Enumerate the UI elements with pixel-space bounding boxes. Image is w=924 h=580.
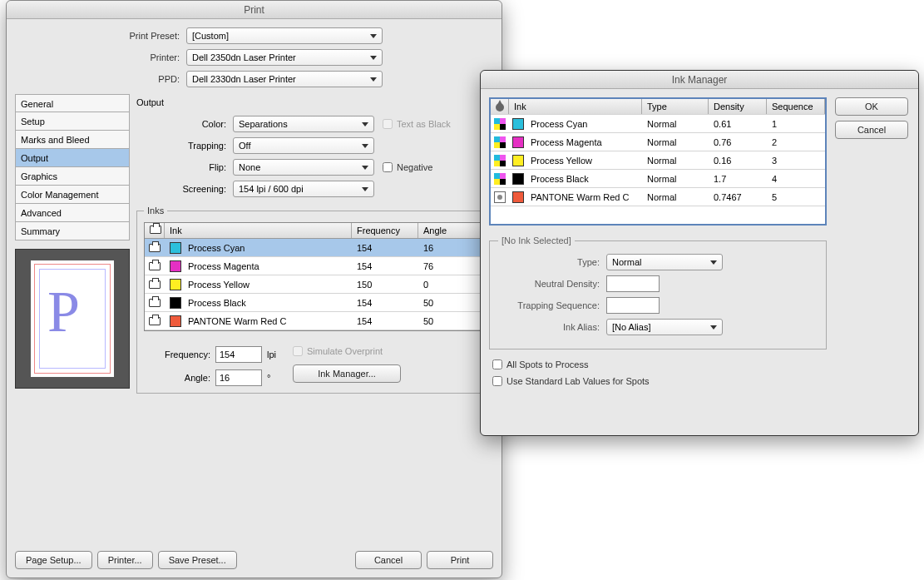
ink-name-label: Process Magenta <box>188 261 259 271</box>
print-preset-select[interactable]: [Custom] <box>186 27 383 44</box>
ink-angle: 50 <box>418 298 485 308</box>
ink-column-header[interactable]: Ink <box>165 223 352 238</box>
mgr-ink-sequence: 2 <box>767 137 825 147</box>
ink-angle: 0 <box>418 280 485 290</box>
save-preset-button[interactable]: Save Preset... <box>158 551 237 569</box>
ppd-label: PPD: <box>15 74 186 84</box>
sidebar-item-summary[interactable]: Summary <box>15 222 130 240</box>
angle-column-header[interactable]: Angle <box>418 223 485 238</box>
ink-swatch-icon <box>512 136 524 148</box>
all-spots-checkbox[interactable]: All Spots to Process <box>492 359 827 369</box>
ink-row[interactable]: Process Black15450 <box>145 294 485 312</box>
ink-details-fieldset: [No Ink Selected] Type: Normal Neutral D… <box>489 235 827 349</box>
mgr-row[interactable]: Process YellowNormal0.163 <box>491 151 825 169</box>
chevron-down-icon <box>362 166 368 170</box>
spot-icon <box>494 191 506 203</box>
ink-swatch-icon <box>170 242 181 254</box>
ink-manager-button[interactable]: Ink Manager... <box>293 364 401 383</box>
page-setup-button[interactable]: Page Setup... <box>15 551 92 569</box>
mgr-ink-density: 0.76 <box>709 137 767 147</box>
printer-icon <box>149 244 161 252</box>
ink-angle: 50 <box>418 316 485 326</box>
mgr-ink-density: 1.7 <box>709 174 767 184</box>
mgr-row[interactable]: PANTONE Warm Red CNormal0.74675 <box>491 187 825 206</box>
ink-name-label: Process Cyan <box>188 243 245 253</box>
print-title: Print <box>7 1 502 19</box>
sidebar-item-setup[interactable]: Setup <box>15 112 130 131</box>
ppd-select[interactable]: Dell 2330dn Laser Printer <box>186 71 383 87</box>
ink-row[interactable]: Process Yellow1500 <box>145 275 485 294</box>
ink-swatch-icon <box>512 191 524 203</box>
trapping-select[interactable]: Off <box>233 137 374 154</box>
mgr-ink-sequence: 5 <box>767 192 825 202</box>
print-sidebar: GeneralSetupMarks and BleedOutputGraphic… <box>15 94 130 240</box>
ink-angle: 16 <box>418 243 485 253</box>
ink-row[interactable]: Process Cyan15416 <box>145 239 485 257</box>
droplet-column-header[interactable] <box>491 99 509 114</box>
ink-frequency: 154 <box>352 298 418 308</box>
sidebar-item-color-management[interactable]: Color Management <box>15 186 130 204</box>
ink-swatch-icon <box>170 279 181 290</box>
print-button[interactable]: Print <box>427 551 493 569</box>
inks-table[interactable]: Ink Frequency Angle Process Cyan15416Pro… <box>144 222 486 331</box>
chevron-down-icon <box>710 325 717 330</box>
ink-type-select[interactable]: Normal <box>606 254 723 270</box>
mgr-ink-sequence: 3 <box>767 156 825 166</box>
mgr-ink-type: Normal <box>642 156 709 166</box>
mgr-ink-name: Process Yellow <box>531 156 592 166</box>
angle-input[interactable] <box>215 369 262 386</box>
mgr-ink-density: 0.61 <box>709 119 767 129</box>
mgr-density-header[interactable]: Density <box>709 99 767 114</box>
printer-icon <box>150 226 161 234</box>
mgr-ink-density: 0.16 <box>709 156 767 166</box>
simulate-overprint-checkbox: Simulate Overprint <box>293 346 383 356</box>
chevron-down-icon <box>362 187 368 191</box>
ink-manager-table[interactable]: Ink Type Density Sequence Process CyanNo… <box>491 99 825 224</box>
mgr-ink-name: PANTONE Warm Red C <box>531 192 629 202</box>
frequency-column-header[interactable]: Frequency <box>352 223 418 238</box>
printer-label: Printer: <box>15 52 186 62</box>
mgr-ink-type: Normal <box>642 174 709 184</box>
ink-alias-select[interactable]: [No Alias] <box>606 319 723 335</box>
lab-values-checkbox[interactable]: Use Standard Lab Values for Spots <box>492 376 827 386</box>
mgr-ink-sequence: 4 <box>767 174 825 184</box>
ink-swatch-icon <box>170 260 181 272</box>
mgr-sequence-header[interactable]: Sequence <box>767 99 825 114</box>
frequency-input[interactable] <box>215 346 262 363</box>
mgr-ink-name: Process Magenta <box>531 137 602 147</box>
chevron-down-icon <box>370 34 377 38</box>
mgr-row[interactable]: Process MagentaNormal0.762 <box>491 132 825 151</box>
ink-manager-title: Ink Manager <box>481 71 918 89</box>
mgr-row[interactable]: Process BlackNormal1.74 <box>491 169 825 187</box>
mgr-row[interactable]: Process CyanNormal0.611 <box>491 114 825 132</box>
printer-select[interactable]: Dell 2350dn Laser Printer <box>186 49 383 66</box>
print-preset-label: Print Preset: <box>15 31 186 41</box>
trapping-sequence-input[interactable] <box>606 297 660 314</box>
printer-icon <box>149 280 161 289</box>
mgr-ink-type: Normal <box>642 119 709 129</box>
chevron-down-icon <box>362 122 368 126</box>
mgr-ink-header[interactable]: Ink <box>509 99 642 114</box>
sidebar-item-advanced[interactable]: Advanced <box>15 204 130 222</box>
mgr-ink-name: Process Black <box>531 174 589 184</box>
printer-button[interactable]: Printer... <box>97 551 153 569</box>
neutral-density-input[interactable] <box>606 275 660 292</box>
negative-checkbox[interactable]: Negative <box>383 162 432 172</box>
ok-button[interactable]: OK <box>835 97 908 116</box>
mgr-type-header[interactable]: Type <box>642 99 709 114</box>
mgr-cancel-button[interactable]: Cancel <box>835 121 908 139</box>
chevron-down-icon <box>710 260 717 265</box>
cancel-button[interactable]: Cancel <box>355 551 422 569</box>
flip-select[interactable]: None <box>233 159 374 176</box>
ink-row[interactable]: PANTONE Warm Red C15450 <box>145 312 485 330</box>
color-select[interactable]: Separations <box>233 116 374 132</box>
sidebar-item-marks-and-bleed[interactable]: Marks and Bleed <box>15 131 130 149</box>
sidebar-item-output[interactable]: Output <box>15 149 130 167</box>
print-dialog: Print Print Preset: [Custom] Printer: De… <box>6 0 502 578</box>
ink-swatch-icon <box>170 297 181 309</box>
printer-column-header[interactable] <box>145 223 165 238</box>
sidebar-item-graphics[interactable]: Graphics <box>15 167 130 186</box>
screening-select[interactable]: 154 lpi / 600 dpi <box>233 181 374 197</box>
ink-row[interactable]: Process Magenta15476 <box>145 257 485 275</box>
sidebar-item-general[interactable]: General <box>15 94 130 112</box>
